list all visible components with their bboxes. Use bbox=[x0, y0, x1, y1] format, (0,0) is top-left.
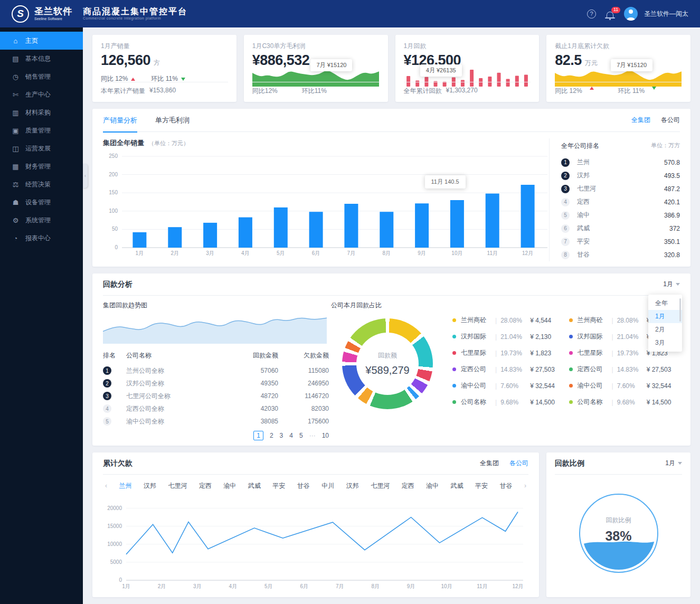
company-tab[interactable]: 七里河 bbox=[168, 482, 187, 490]
pagination: 12345···10 bbox=[103, 431, 329, 440]
sidebar-item-decision[interactable]: ⚖经营决策 bbox=[0, 175, 83, 193]
page-button[interactable]: 2 bbox=[270, 432, 273, 439]
avatar[interactable] bbox=[624, 7, 638, 21]
company-tab[interactable]: 定西 bbox=[199, 482, 212, 490]
rank-badge: 2 bbox=[103, 379, 111, 388]
company-tab[interactable]: 甘谷 bbox=[297, 482, 310, 490]
month-option[interactable]: 全年 bbox=[648, 297, 682, 310]
sales-tabs: 产销量分析单方毛利润 bbox=[103, 109, 207, 132]
company-tab[interactable]: 汉邦 bbox=[144, 482, 156, 490]
help-icon[interactable]: ? bbox=[587, 10, 596, 18]
svg-text:9月: 9月 bbox=[418, 250, 426, 256]
sidebar-item-production[interactable]: ✄生产中心 bbox=[0, 86, 83, 103]
legend-item[interactable]: 兰州商砼|28.08%¥ 4,544 bbox=[452, 316, 564, 325]
company-tab[interactable]: 平安 bbox=[272, 482, 285, 490]
page-button[interactable]: 3 bbox=[280, 432, 283, 439]
company-tab[interactable]: 武威 bbox=[248, 482, 261, 490]
sidebar-item-equipment[interactable]: ☗设备管理 bbox=[0, 193, 83, 211]
sidebar-collapse-handle[interactable]: ‹ bbox=[83, 164, 88, 188]
sidebar-item-quality[interactable]: ▣质量管理 bbox=[0, 121, 83, 139]
ranking-row: 2汉邦493.5 bbox=[561, 169, 680, 182]
collection-share-donut-chart[interactable]: 回款额 ¥589,279 bbox=[342, 318, 433, 409]
rank-badge: 3 bbox=[561, 185, 570, 193]
mini-area-chart[interactable]: 7月 ¥15120 bbox=[555, 67, 682, 87]
divider: | bbox=[495, 350, 497, 357]
sidebar-item-finance[interactable]: ▦财务管理 bbox=[0, 157, 83, 175]
company-tab[interactable]: 兰州 bbox=[119, 482, 131, 490]
legend-percent: 28.08% bbox=[617, 317, 642, 324]
arrears-amount: 175600 bbox=[278, 415, 329, 428]
legend-item[interactable]: 渝中公司|7.60%¥ 32,544 bbox=[569, 381, 680, 390]
company-tab[interactable]: 平安 bbox=[475, 482, 488, 490]
home-icon: ⌂ bbox=[12, 37, 20, 45]
next-arrow-icon[interactable]: › bbox=[524, 482, 526, 489]
liquid-gauge-chart[interactable]: 回款比例 38% bbox=[579, 494, 658, 573]
scope-each-company[interactable]: 各公司 bbox=[661, 116, 680, 125]
month-select[interactable]: 1月 bbox=[663, 280, 680, 289]
tab-unit-gross-profit[interactable]: 单方毛利润 bbox=[155, 109, 190, 132]
company-tab[interactable]: 渝中 bbox=[426, 482, 439, 490]
arrears-amount: 82030 bbox=[278, 402, 329, 415]
company-tab[interactable]: 汉邦 bbox=[346, 482, 359, 490]
notifications-button[interactable]: 11 bbox=[607, 12, 613, 17]
sidebar-item-operations[interactable]: ◫运营发展 bbox=[0, 139, 83, 157]
page-button[interactable]: 10 bbox=[322, 432, 329, 439]
company-tab[interactable]: 甘谷 bbox=[500, 482, 513, 490]
scope-whole-group[interactable]: 全集团 bbox=[631, 116, 650, 125]
page-button[interactable]: 5 bbox=[299, 432, 303, 439]
sales-icon: ◷ bbox=[12, 73, 20, 81]
sidebar-item-basic-info[interactable]: ▤基本信息 bbox=[0, 50, 83, 68]
legend-item[interactable]: 定西公司|14.83%¥ 27,503 bbox=[452, 365, 564, 374]
legend-item[interactable]: 渝中公司|7.60%¥ 32,544 bbox=[452, 381, 564, 390]
company-tab[interactable]: 中川 bbox=[321, 482, 334, 490]
sidebar-item-system[interactable]: ⚙系统管理 bbox=[0, 211, 83, 229]
sidebar-item-report[interactable]: ◔报表中心 bbox=[0, 229, 83, 247]
month-option[interactable]: 1月 bbox=[648, 310, 682, 323]
scope-whole-group[interactable]: 全集团 bbox=[480, 459, 499, 468]
company-tab[interactable]: 武威 bbox=[451, 482, 463, 490]
company-tab[interactable]: 定西 bbox=[402, 482, 414, 490]
legend-item[interactable]: 公司名称|9.68%¥ 14,500 bbox=[452, 398, 564, 407]
tab-sales-analysis[interactable]: 产销量分析 bbox=[103, 109, 137, 132]
company-tab[interactable]: 七里河 bbox=[371, 482, 390, 490]
sidebar-item-home[interactable]: ⌂主页 bbox=[0, 32, 83, 50]
legend-item[interactable]: 公司名称|9.68%¥ 14,500 bbox=[569, 398, 680, 407]
ranking-row: 3七里河487.2 bbox=[561, 182, 680, 195]
legend-dot-icon bbox=[569, 351, 573, 355]
scrollbar[interactable] bbox=[679, 298, 681, 322]
company-value: 372 bbox=[669, 225, 680, 232]
sidebar-item-label: 质量管理 bbox=[25, 126, 51, 135]
page-button[interactable]: 1 bbox=[253, 431, 263, 440]
month-select[interactable]: 1月 bbox=[665, 459, 682, 468]
annual-sales-bar-chart[interactable]: 0501001502002501月2月3月4月5月6月7月8月9月10月11月1… bbox=[103, 150, 544, 260]
collection-analysis-section: 回款分析 1月 全年1月2月3月 集团回款趋势图 排名公司名称回款金额欠款金额1… bbox=[92, 273, 690, 446]
body-row: ⌂主页▤基本信息◷销售管理✄生产中心▥材料采购▣质量管理◫运营发展▦财务管理⚖经… bbox=[0, 27, 700, 604]
donut-center-value: ¥589,279 bbox=[365, 364, 409, 376]
legend-name: 定西公司 bbox=[578, 365, 608, 374]
svg-text:5000: 5000 bbox=[110, 559, 122, 565]
legend-dot-icon bbox=[569, 400, 573, 404]
arrears-line-chart[interactable]: 050001000015000200001月2月3月4月5月6月7月8月9月10… bbox=[103, 497, 528, 593]
sidebar-item-purchase[interactable]: ▥材料采购 bbox=[0, 103, 83, 121]
legend-item[interactable]: 汉邦国际|21.04%¥ 2,130 bbox=[452, 332, 564, 341]
legend-item[interactable]: 七里星际|19.73%¥ 1,823 bbox=[452, 348, 564, 357]
month-option[interactable]: 3月 bbox=[648, 336, 682, 350]
kpi-title: 截止1月底累计欠款 bbox=[555, 42, 682, 51]
legend-dot-icon bbox=[569, 318, 573, 322]
chart-title-text: 集团全年销量 bbox=[103, 139, 144, 147]
prev-arrow-icon[interactable]: ‹ bbox=[105, 482, 107, 489]
mini-bar-chart[interactable]: 4月 ¥26135 bbox=[404, 67, 531, 87]
mini-area-chart[interactable]: 7月 ¥15120 bbox=[252, 67, 380, 87]
page-button[interactable]: 4 bbox=[289, 432, 293, 439]
collection-trend-chart[interactable] bbox=[103, 314, 329, 344]
company-tab[interactable]: 渝中 bbox=[223, 482, 236, 490]
legend-item[interactable]: 定西公司|14.83%¥ 27,503 bbox=[569, 365, 680, 374]
sidebar-item-sales[interactable]: ◷销售管理 bbox=[0, 68, 83, 86]
month-option[interactable]: 2月 bbox=[648, 323, 682, 336]
svg-text:5月: 5月 bbox=[264, 583, 273, 589]
scope-each-company[interactable]: 各公司 bbox=[509, 459, 528, 468]
kpi-footer-label: 本年累计产销量 bbox=[101, 87, 145, 96]
sales-analysis-section: 产销量分析单方毛利润 全集团各公司 集团全年销量（单位：万元） 05010015… bbox=[92, 109, 690, 267]
legend-amount: ¥ 32,544 bbox=[647, 382, 671, 390]
username[interactable]: 圣兰软件—闻太 bbox=[644, 10, 688, 18]
